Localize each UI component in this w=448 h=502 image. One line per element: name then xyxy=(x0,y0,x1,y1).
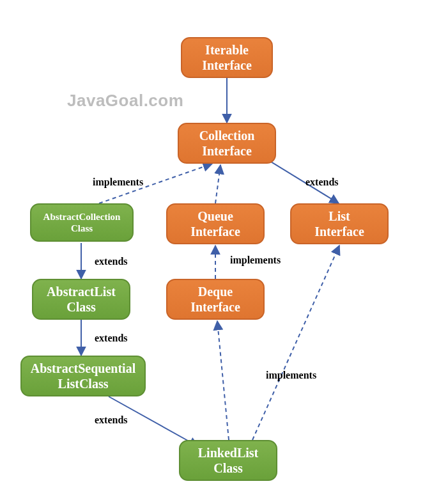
node-line2: Interface xyxy=(190,224,240,239)
node-iterable-interface: Iterable Interface xyxy=(181,37,273,78)
edge-label-implements: implements xyxy=(230,255,281,266)
edge-label-extends: extends xyxy=(305,176,339,188)
node-list-interface: List Interface xyxy=(290,203,389,244)
edge-label-implements: implements xyxy=(266,370,316,381)
edge-label-extends: extends xyxy=(95,256,128,267)
node-collection-interface: Collection Interface xyxy=(178,123,276,164)
svg-line-8 xyxy=(217,321,229,440)
node-line2: Interface xyxy=(190,299,240,315)
node-abstractcollection-class: AbstractCollection Class xyxy=(30,203,134,242)
node-line2: Class xyxy=(66,299,96,315)
node-abstractsequentiallist-class: AbstractSequential ListClass xyxy=(20,356,146,396)
node-line2: ListClass xyxy=(58,376,109,391)
svg-line-9 xyxy=(252,246,339,440)
node-line1: Iterable xyxy=(205,42,249,58)
node-line1: AbstractList xyxy=(47,284,116,299)
edge-label-extends: extends xyxy=(95,414,128,426)
node-line2: Interface xyxy=(202,143,252,159)
edge-label-extends: extends xyxy=(95,333,128,344)
node-line1: AbstractSequential xyxy=(31,361,135,376)
svg-line-2 xyxy=(215,165,220,203)
node-queue-interface: Queue Interface xyxy=(166,203,265,244)
watermark-text: JavaGoal.com xyxy=(67,91,183,111)
node-deque-interface: Deque Interface xyxy=(166,279,265,320)
node-line2: Class xyxy=(213,460,243,476)
node-linkedlist-class: LinkedList Class xyxy=(179,440,277,481)
node-line2: Interface xyxy=(202,58,252,73)
java-collections-hierarchy-diagram: JavaGoal.com Iterable Interface Collecti… xyxy=(0,0,448,502)
node-line1: Deque xyxy=(198,284,233,299)
node-line1: LinkedList xyxy=(198,445,258,460)
edge-label-implements: implements xyxy=(93,176,143,188)
node-line1: AbstractCollection xyxy=(43,211,121,223)
node-line2: Interface xyxy=(314,224,364,239)
node-line1: Queue xyxy=(197,208,233,224)
node-abstractlist-class: AbstractList Class xyxy=(32,279,130,320)
node-line1: Collection xyxy=(199,128,255,143)
node-line1: List xyxy=(328,208,350,224)
node-line2: Class xyxy=(71,223,93,234)
